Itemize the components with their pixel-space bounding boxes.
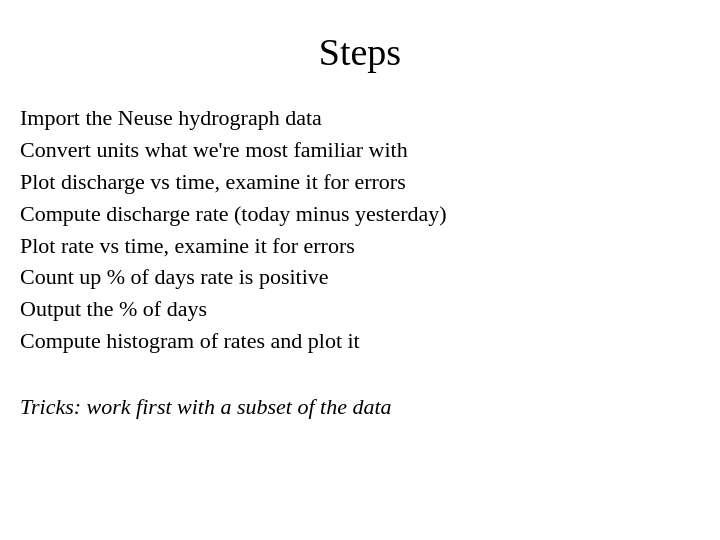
list-item: Import the Neuse hydrograph data (20, 102, 447, 134)
list-item: Count up % of days rate is positive (20, 261, 447, 293)
steps-list: Import the Neuse hydrograph data Convert… (20, 102, 447, 357)
list-item: Plot discharge vs time, examine it for e… (20, 166, 447, 198)
list-item: Compute histogram of rates and plot it (20, 325, 447, 357)
list-item: Compute discharge rate (today minus yest… (20, 198, 447, 230)
tricks-text: Tricks: work first with a subset of the … (20, 391, 392, 423)
page-container: Steps Import the Neuse hydrograph data C… (0, 0, 720, 540)
list-item: Convert units what we're most familiar w… (20, 134, 447, 166)
list-item: Output the % of days (20, 293, 447, 325)
list-item: Plot rate vs time, examine it for errors (20, 230, 447, 262)
page-title: Steps (20, 30, 700, 74)
